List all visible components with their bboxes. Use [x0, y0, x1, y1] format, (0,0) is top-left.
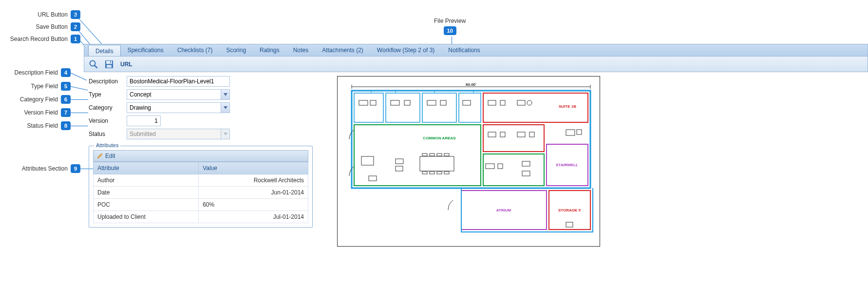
svg-line-1	[95, 65, 97, 68]
floorplan-drawing: 80.00'	[342, 81, 595, 242]
category-select[interactable]	[127, 102, 230, 113]
tab-notes[interactable]: Notes	[286, 44, 315, 56]
attributes-legend: Attributes	[94, 142, 120, 148]
type-value[interactable]	[127, 89, 230, 100]
attributes-edit-button[interactable]: Edit	[96, 153, 115, 159]
svg-rect-49	[396, 159, 403, 164]
atrium-label: ATRIUM	[496, 208, 511, 212]
svg-rect-16	[422, 93, 456, 122]
chevron-down-icon	[224, 133, 227, 135]
stairwell-label: STAIRWELL	[556, 163, 578, 167]
svg-rect-26	[483, 125, 544, 152]
attributes-table: Attribute Value Author Rockwell Architec…	[93, 162, 308, 223]
tab-checklists[interactable]: Checklists (7)	[170, 44, 220, 56]
svg-rect-38	[483, 154, 544, 186]
suite-label: SUITE 1B	[559, 104, 576, 109]
tab-ratings[interactable]: Ratings	[253, 44, 286, 56]
chevron-down-icon	[224, 93, 227, 96]
tab-specifications[interactable]: Specifications	[121, 44, 170, 56]
table-row: Author Rockwell Architects	[94, 174, 308, 187]
tab-attachments[interactable]: Attachments (2)	[315, 44, 370, 56]
tab-workflow[interactable]: Workflow (Step 2 of 3)	[370, 44, 442, 56]
category-label: Category	[89, 104, 122, 111]
category-dropdown-button[interactable]	[221, 103, 229, 113]
svg-rect-19	[370, 100, 376, 105]
callout-num-8: 8	[61, 121, 71, 130]
svg-rect-37	[354, 125, 481, 186]
svg-rect-59	[566, 222, 573, 227]
version-label: Version	[89, 117, 122, 124]
callout-label-type: Type Field	[31, 83, 58, 90]
description-label: Description	[89, 78, 122, 85]
toolbar: URL	[84, 57, 868, 72]
magnifier-icon	[89, 59, 98, 69]
svg-rect-18	[359, 100, 368, 105]
table-row: POC 60%	[94, 199, 308, 211]
val-cell: 60%	[199, 199, 308, 211]
svg-rect-15	[386, 93, 420, 122]
svg-rect-14	[354, 93, 383, 122]
svg-rect-3	[106, 61, 112, 64]
svg-point-30	[527, 100, 532, 105]
svg-rect-53	[498, 164, 503, 169]
type-dropdown-button[interactable]	[221, 90, 229, 99]
callout-label-save: Save Button	[36, 23, 67, 30]
search-record-button[interactable]	[87, 58, 100, 71]
tab-details[interactable]: Details	[88, 45, 121, 56]
val-cell: Jun-01-2014	[199, 187, 308, 199]
callout-label-search: Search Record Button	[10, 36, 68, 42]
svg-rect-9	[352, 91, 590, 188]
svg-rect-54	[522, 161, 530, 166]
callout-num-5: 5	[61, 82, 71, 91]
attributes-col-attribute[interactable]: Attribute	[94, 162, 199, 174]
svg-rect-55	[522, 171, 530, 176]
category-value[interactable]	[127, 102, 230, 113]
callout-label-stat: Status Field	[27, 122, 58, 129]
svg-rect-32	[500, 132, 505, 137]
type-select[interactable]	[127, 89, 230, 100]
svg-rect-52	[486, 164, 494, 169]
table-row: Uploaded to Client Jul-01-2014	[94, 211, 308, 223]
tab-notifications[interactable]: Notifications	[441, 44, 487, 56]
svg-rect-5	[110, 61, 111, 63]
svg-rect-36	[577, 130, 582, 134]
svg-rect-17	[459, 93, 481, 122]
svg-rect-40	[422, 154, 427, 156]
svg-rect-4	[107, 65, 112, 68]
svg-rect-20	[391, 100, 399, 105]
svg-rect-27	[488, 100, 496, 105]
svg-rect-39	[420, 156, 454, 171]
callout-label-preview: File Preview	[434, 18, 466, 24]
tab-scoring[interactable]: Scoring	[219, 44, 253, 56]
description-input[interactable]	[127, 76, 230, 87]
pencil-icon	[96, 153, 103, 159]
svg-rect-50	[396, 166, 403, 171]
svg-rect-24	[463, 100, 471, 105]
common-label: COMMON AREAS	[423, 136, 456, 140]
attr-cell: POC	[94, 199, 199, 211]
status-value	[127, 129, 230, 139]
callout-num-9: 9	[71, 164, 80, 173]
svg-rect-47	[444, 172, 449, 174]
svg-rect-29	[517, 100, 525, 105]
svg-rect-48	[361, 156, 374, 165]
attributes-col-value[interactable]: Value	[199, 162, 308, 174]
attr-cell: Author	[94, 174, 199, 187]
status-select	[127, 129, 230, 139]
tab-bar: Details Specifications Checklists (7) Sc…	[84, 44, 868, 57]
svg-rect-44	[422, 172, 427, 174]
url-button[interactable]: URL	[118, 61, 134, 68]
svg-rect-41	[430, 154, 434, 156]
storage-label: STORAGE 5	[558, 208, 581, 212]
callout-label-attr: Attributes Section	[22, 165, 68, 172]
svg-rect-22	[427, 100, 436, 105]
app-panel: Details Specifications Checklists (7) Sc…	[84, 44, 868, 247]
attr-cell: Uploaded to Client	[94, 211, 199, 223]
svg-rect-45	[430, 172, 434, 174]
svg-rect-33	[517, 132, 525, 137]
version-input[interactable]	[127, 115, 161, 126]
callout-label-url: URL Button	[38, 11, 68, 18]
save-button[interactable]	[103, 58, 115, 71]
type-label: Type	[89, 91, 122, 98]
file-preview: 80.00'	[337, 76, 600, 247]
